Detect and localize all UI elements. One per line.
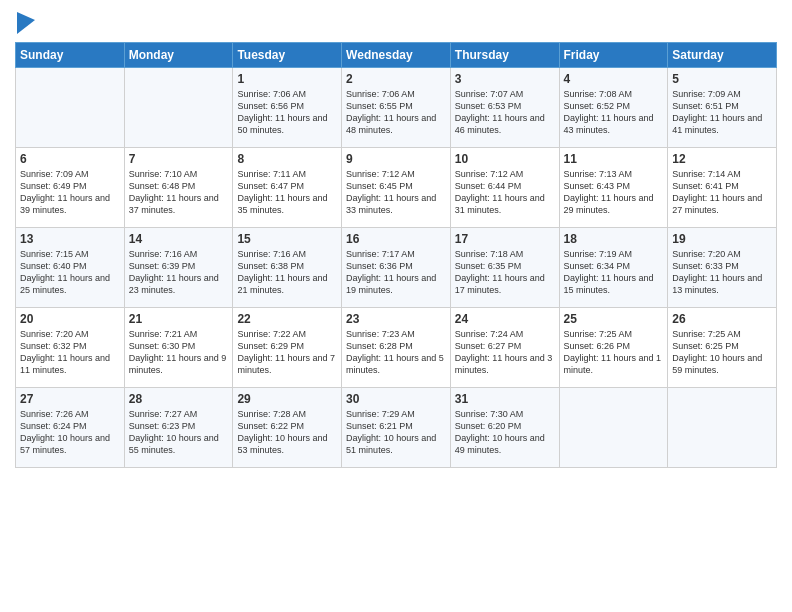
day-info: Sunrise: 7:16 AM Sunset: 6:39 PM Dayligh… bbox=[129, 248, 229, 297]
weekday-header-row: SundayMondayTuesdayWednesdayThursdayFrid… bbox=[16, 43, 777, 68]
weekday-header-sunday: Sunday bbox=[16, 43, 125, 68]
day-cell: 12Sunrise: 7:14 AM Sunset: 6:41 PM Dayli… bbox=[668, 148, 777, 228]
day-info: Sunrise: 7:10 AM Sunset: 6:48 PM Dayligh… bbox=[129, 168, 229, 217]
day-cell: 23Sunrise: 7:23 AM Sunset: 6:28 PM Dayli… bbox=[342, 308, 451, 388]
logo bbox=[15, 14, 35, 34]
day-number: 22 bbox=[237, 312, 337, 326]
logo-icon bbox=[17, 12, 35, 34]
day-cell: 6Sunrise: 7:09 AM Sunset: 6:49 PM Daylig… bbox=[16, 148, 125, 228]
day-info: Sunrise: 7:12 AM Sunset: 6:44 PM Dayligh… bbox=[455, 168, 555, 217]
day-number: 7 bbox=[129, 152, 229, 166]
day-number: 10 bbox=[455, 152, 555, 166]
day-cell: 2Sunrise: 7:06 AM Sunset: 6:55 PM Daylig… bbox=[342, 68, 451, 148]
day-info: Sunrise: 7:20 AM Sunset: 6:33 PM Dayligh… bbox=[672, 248, 772, 297]
day-number: 29 bbox=[237, 392, 337, 406]
day-cell: 11Sunrise: 7:13 AM Sunset: 6:43 PM Dayli… bbox=[559, 148, 668, 228]
day-cell: 5Sunrise: 7:09 AM Sunset: 6:51 PM Daylig… bbox=[668, 68, 777, 148]
weekday-header-monday: Monday bbox=[124, 43, 233, 68]
day-cell bbox=[124, 68, 233, 148]
day-cell bbox=[559, 388, 668, 468]
day-number: 3 bbox=[455, 72, 555, 86]
day-number: 15 bbox=[237, 232, 337, 246]
day-info: Sunrise: 7:25 AM Sunset: 6:26 PM Dayligh… bbox=[564, 328, 664, 377]
day-cell: 29Sunrise: 7:28 AM Sunset: 6:22 PM Dayli… bbox=[233, 388, 342, 468]
day-cell: 17Sunrise: 7:18 AM Sunset: 6:35 PM Dayli… bbox=[450, 228, 559, 308]
day-info: Sunrise: 7:21 AM Sunset: 6:30 PM Dayligh… bbox=[129, 328, 229, 377]
day-cell: 10Sunrise: 7:12 AM Sunset: 6:44 PM Dayli… bbox=[450, 148, 559, 228]
day-number: 21 bbox=[129, 312, 229, 326]
day-info: Sunrise: 7:08 AM Sunset: 6:52 PM Dayligh… bbox=[564, 88, 664, 137]
day-cell: 31Sunrise: 7:30 AM Sunset: 6:20 PM Dayli… bbox=[450, 388, 559, 468]
day-info: Sunrise: 7:09 AM Sunset: 6:49 PM Dayligh… bbox=[20, 168, 120, 217]
day-number: 23 bbox=[346, 312, 446, 326]
day-number: 19 bbox=[672, 232, 772, 246]
day-info: Sunrise: 7:06 AM Sunset: 6:55 PM Dayligh… bbox=[346, 88, 446, 137]
day-info: Sunrise: 7:22 AM Sunset: 6:29 PM Dayligh… bbox=[237, 328, 337, 377]
day-info: Sunrise: 7:14 AM Sunset: 6:41 PM Dayligh… bbox=[672, 168, 772, 217]
day-number: 6 bbox=[20, 152, 120, 166]
day-cell bbox=[668, 388, 777, 468]
day-cell: 22Sunrise: 7:22 AM Sunset: 6:29 PM Dayli… bbox=[233, 308, 342, 388]
header bbox=[15, 10, 777, 34]
day-cell: 16Sunrise: 7:17 AM Sunset: 6:36 PM Dayli… bbox=[342, 228, 451, 308]
day-info: Sunrise: 7:23 AM Sunset: 6:28 PM Dayligh… bbox=[346, 328, 446, 377]
day-info: Sunrise: 7:16 AM Sunset: 6:38 PM Dayligh… bbox=[237, 248, 337, 297]
day-number: 20 bbox=[20, 312, 120, 326]
day-number: 24 bbox=[455, 312, 555, 326]
day-number: 8 bbox=[237, 152, 337, 166]
weekday-header-wednesday: Wednesday bbox=[342, 43, 451, 68]
day-info: Sunrise: 7:24 AM Sunset: 6:27 PM Dayligh… bbox=[455, 328, 555, 377]
weekday-header-tuesday: Tuesday bbox=[233, 43, 342, 68]
week-row-2: 6Sunrise: 7:09 AM Sunset: 6:49 PM Daylig… bbox=[16, 148, 777, 228]
day-info: Sunrise: 7:18 AM Sunset: 6:35 PM Dayligh… bbox=[455, 248, 555, 297]
day-info: Sunrise: 7:28 AM Sunset: 6:22 PM Dayligh… bbox=[237, 408, 337, 457]
day-number: 25 bbox=[564, 312, 664, 326]
day-cell: 25Sunrise: 7:25 AM Sunset: 6:26 PM Dayli… bbox=[559, 308, 668, 388]
day-cell: 9Sunrise: 7:12 AM Sunset: 6:45 PM Daylig… bbox=[342, 148, 451, 228]
day-info: Sunrise: 7:13 AM Sunset: 6:43 PM Dayligh… bbox=[564, 168, 664, 217]
day-cell: 13Sunrise: 7:15 AM Sunset: 6:40 PM Dayli… bbox=[16, 228, 125, 308]
day-info: Sunrise: 7:09 AM Sunset: 6:51 PM Dayligh… bbox=[672, 88, 772, 137]
day-number: 11 bbox=[564, 152, 664, 166]
day-cell: 1Sunrise: 7:06 AM Sunset: 6:56 PM Daylig… bbox=[233, 68, 342, 148]
week-row-4: 20Sunrise: 7:20 AM Sunset: 6:32 PM Dayli… bbox=[16, 308, 777, 388]
day-info: Sunrise: 7:11 AM Sunset: 6:47 PM Dayligh… bbox=[237, 168, 337, 217]
day-info: Sunrise: 7:20 AM Sunset: 6:32 PM Dayligh… bbox=[20, 328, 120, 377]
day-cell: 7Sunrise: 7:10 AM Sunset: 6:48 PM Daylig… bbox=[124, 148, 233, 228]
page: SundayMondayTuesdayWednesdayThursdayFrid… bbox=[0, 0, 792, 612]
day-info: Sunrise: 7:25 AM Sunset: 6:25 PM Dayligh… bbox=[672, 328, 772, 377]
day-cell: 21Sunrise: 7:21 AM Sunset: 6:30 PM Dayli… bbox=[124, 308, 233, 388]
day-info: Sunrise: 7:12 AM Sunset: 6:45 PM Dayligh… bbox=[346, 168, 446, 217]
day-cell bbox=[16, 68, 125, 148]
svg-marker-0 bbox=[17, 12, 35, 34]
week-row-5: 27Sunrise: 7:26 AM Sunset: 6:24 PM Dayli… bbox=[16, 388, 777, 468]
day-cell: 3Sunrise: 7:07 AM Sunset: 6:53 PM Daylig… bbox=[450, 68, 559, 148]
day-number: 5 bbox=[672, 72, 772, 86]
day-cell: 20Sunrise: 7:20 AM Sunset: 6:32 PM Dayli… bbox=[16, 308, 125, 388]
day-number: 13 bbox=[20, 232, 120, 246]
day-number: 1 bbox=[237, 72, 337, 86]
day-cell: 24Sunrise: 7:24 AM Sunset: 6:27 PM Dayli… bbox=[450, 308, 559, 388]
day-cell: 28Sunrise: 7:27 AM Sunset: 6:23 PM Dayli… bbox=[124, 388, 233, 468]
day-number: 16 bbox=[346, 232, 446, 246]
day-info: Sunrise: 7:06 AM Sunset: 6:56 PM Dayligh… bbox=[237, 88, 337, 137]
day-cell: 26Sunrise: 7:25 AM Sunset: 6:25 PM Dayli… bbox=[668, 308, 777, 388]
day-cell: 30Sunrise: 7:29 AM Sunset: 6:21 PM Dayli… bbox=[342, 388, 451, 468]
calendar-table: SundayMondayTuesdayWednesdayThursdayFrid… bbox=[15, 42, 777, 468]
day-number: 4 bbox=[564, 72, 664, 86]
day-number: 14 bbox=[129, 232, 229, 246]
day-info: Sunrise: 7:15 AM Sunset: 6:40 PM Dayligh… bbox=[20, 248, 120, 297]
day-number: 2 bbox=[346, 72, 446, 86]
day-number: 31 bbox=[455, 392, 555, 406]
day-number: 9 bbox=[346, 152, 446, 166]
day-cell: 14Sunrise: 7:16 AM Sunset: 6:39 PM Dayli… bbox=[124, 228, 233, 308]
day-number: 27 bbox=[20, 392, 120, 406]
day-cell: 4Sunrise: 7:08 AM Sunset: 6:52 PM Daylig… bbox=[559, 68, 668, 148]
weekday-header-thursday: Thursday bbox=[450, 43, 559, 68]
day-cell: 27Sunrise: 7:26 AM Sunset: 6:24 PM Dayli… bbox=[16, 388, 125, 468]
day-info: Sunrise: 7:26 AM Sunset: 6:24 PM Dayligh… bbox=[20, 408, 120, 457]
day-cell: 19Sunrise: 7:20 AM Sunset: 6:33 PM Dayli… bbox=[668, 228, 777, 308]
day-number: 30 bbox=[346, 392, 446, 406]
day-cell: 8Sunrise: 7:11 AM Sunset: 6:47 PM Daylig… bbox=[233, 148, 342, 228]
day-info: Sunrise: 7:07 AM Sunset: 6:53 PM Dayligh… bbox=[455, 88, 555, 137]
